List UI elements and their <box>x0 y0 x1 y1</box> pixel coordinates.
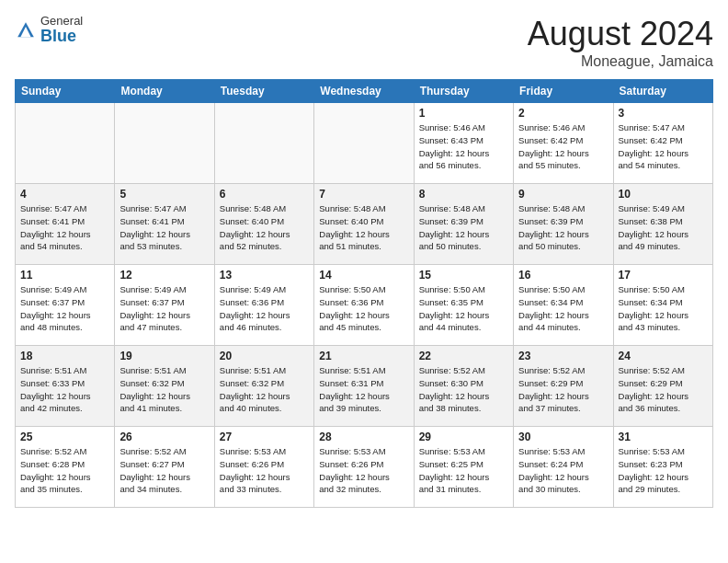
day-number: 14 <box>319 269 408 282</box>
calendar-cell: 23Sunrise: 5:52 AM Sunset: 6:29 PM Dayli… <box>514 346 613 427</box>
day-number: 1 <box>419 107 508 120</box>
day-info: Sunrise: 5:50 AM Sunset: 6:34 PM Dayligh… <box>518 283 608 334</box>
day-info: Sunrise: 5:53 AM Sunset: 6:26 PM Dayligh… <box>319 445 408 496</box>
calendar-cell: 10Sunrise: 5:49 AM Sunset: 6:38 PM Dayli… <box>613 184 712 265</box>
day-info: Sunrise: 5:50 AM Sunset: 6:35 PM Dayligh… <box>419 283 508 334</box>
day-info: Sunrise: 5:52 AM Sunset: 6:30 PM Dayligh… <box>419 364 508 415</box>
day-info: Sunrise: 5:49 AM Sunset: 6:37 PM Dayligh… <box>119 283 209 334</box>
day-number: 21 <box>319 350 408 362</box>
day-info: Sunrise: 5:52 AM Sunset: 6:27 PM Dayligh… <box>119 445 209 496</box>
location-subtitle: Moneague, Jamaica <box>528 53 713 70</box>
day-info: Sunrise: 5:51 AM Sunset: 6:32 PM Dayligh… <box>220 364 309 415</box>
calendar-cell: 7Sunrise: 5:48 AM Sunset: 6:40 PM Daylig… <box>314 184 414 265</box>
day-number: 20 <box>220 350 309 362</box>
calendar-cell: 21Sunrise: 5:51 AM Sunset: 6:31 PM Dayli… <box>314 346 414 427</box>
day-number: 5 <box>119 188 209 201</box>
calendar-cell: 24Sunrise: 5:52 AM Sunset: 6:29 PM Dayli… <box>613 346 712 427</box>
day-info: Sunrise: 5:50 AM Sunset: 6:36 PM Dayligh… <box>319 283 408 334</box>
day-number: 11 <box>20 269 109 282</box>
col-header-saturday: Saturday <box>613 80 712 103</box>
title-block: August 2024 Moneague, Jamaica <box>528 15 713 70</box>
calendar-cell: 28Sunrise: 5:53 AM Sunset: 6:26 PM Dayli… <box>314 427 414 508</box>
day-number: 19 <box>119 350 209 362</box>
calendar-cell: 8Sunrise: 5:48 AM Sunset: 6:39 PM Daylig… <box>414 184 513 265</box>
calendar-cell: 29Sunrise: 5:53 AM Sunset: 6:25 PM Dayli… <box>414 427 513 508</box>
week-row-2: 4Sunrise: 5:47 AM Sunset: 6:41 PM Daylig… <box>16 184 713 265</box>
day-number: 4 <box>20 188 109 201</box>
col-header-friday: Friday <box>514 80 613 103</box>
calendar-cell: 3Sunrise: 5:47 AM Sunset: 6:42 PM Daylig… <box>613 103 712 184</box>
page-header: General Blue August 2024 Moneague, Jamai… <box>15 15 713 70</box>
logo-blue-text: Blue <box>40 28 83 46</box>
day-info: Sunrise: 5:50 AM Sunset: 6:34 PM Dayligh… <box>619 283 708 334</box>
col-header-tuesday: Tuesday <box>214 80 313 103</box>
day-info: Sunrise: 5:49 AM Sunset: 6:38 PM Dayligh… <box>619 202 708 253</box>
calendar-cell: 4Sunrise: 5:47 AM Sunset: 6:41 PM Daylig… <box>16 184 115 265</box>
calendar-cell: 22Sunrise: 5:52 AM Sunset: 6:30 PM Dayli… <box>414 346 513 427</box>
calendar-cell: 19Sunrise: 5:51 AM Sunset: 6:32 PM Dayli… <box>115 346 214 427</box>
week-row-5: 25Sunrise: 5:52 AM Sunset: 6:28 PM Dayli… <box>16 427 713 508</box>
day-number: 15 <box>419 269 508 282</box>
day-info: Sunrise: 5:46 AM Sunset: 6:43 PM Dayligh… <box>419 121 508 172</box>
logo-general-text: General <box>40 15 83 28</box>
day-info: Sunrise: 5:48 AM Sunset: 6:39 PM Dayligh… <box>518 202 608 253</box>
day-info: Sunrise: 5:53 AM Sunset: 6:23 PM Dayligh… <box>619 445 708 496</box>
day-info: Sunrise: 5:52 AM Sunset: 6:29 PM Dayligh… <box>619 364 708 415</box>
week-row-1: 1Sunrise: 5:46 AM Sunset: 6:43 PM Daylig… <box>16 103 713 184</box>
calendar-cell: 12Sunrise: 5:49 AM Sunset: 6:37 PM Dayli… <box>115 265 214 346</box>
calendar-cell: 6Sunrise: 5:48 AM Sunset: 6:40 PM Daylig… <box>214 184 313 265</box>
calendar-cell: 15Sunrise: 5:50 AM Sunset: 6:35 PM Dayli… <box>414 265 513 346</box>
day-info: Sunrise: 5:51 AM Sunset: 6:32 PM Dayligh… <box>119 364 209 415</box>
day-number: 6 <box>220 188 309 201</box>
day-number: 9 <box>518 188 608 201</box>
day-number: 28 <box>319 431 408 443</box>
day-number: 29 <box>419 431 508 443</box>
calendar-cell: 27Sunrise: 5:53 AM Sunset: 6:26 PM Dayli… <box>214 427 313 508</box>
week-row-3: 11Sunrise: 5:49 AM Sunset: 6:37 PM Dayli… <box>16 265 713 346</box>
day-info: Sunrise: 5:47 AM Sunset: 6:41 PM Dayligh… <box>20 202 109 253</box>
calendar-cell <box>16 103 115 184</box>
day-info: Sunrise: 5:51 AM Sunset: 6:33 PM Dayligh… <box>20 364 109 415</box>
col-header-sunday: Sunday <box>16 80 115 103</box>
day-info: Sunrise: 5:48 AM Sunset: 6:40 PM Dayligh… <box>220 202 309 253</box>
day-number: 10 <box>619 188 708 201</box>
logo: General Blue <box>15 15 83 46</box>
logo-icon <box>15 19 37 41</box>
col-header-monday: Monday <box>115 80 214 103</box>
calendar-cell: 20Sunrise: 5:51 AM Sunset: 6:32 PM Dayli… <box>214 346 313 427</box>
calendar-cell <box>214 103 313 184</box>
calendar-cell <box>314 103 414 184</box>
day-number: 25 <box>20 431 109 443</box>
day-number: 30 <box>518 431 608 443</box>
day-info: Sunrise: 5:52 AM Sunset: 6:29 PM Dayligh… <box>518 364 608 415</box>
day-info: Sunrise: 5:52 AM Sunset: 6:28 PM Dayligh… <box>20 445 109 496</box>
calendar-header-row: SundayMondayTuesdayWednesdayThursdayFrid… <box>16 80 713 103</box>
calendar-cell: 18Sunrise: 5:51 AM Sunset: 6:33 PM Dayli… <box>16 346 115 427</box>
day-number: 31 <box>619 431 708 443</box>
day-number: 2 <box>518 107 608 120</box>
day-number: 17 <box>619 269 708 282</box>
calendar-cell: 26Sunrise: 5:52 AM Sunset: 6:27 PM Dayli… <box>115 427 214 508</box>
day-number: 23 <box>518 350 608 362</box>
day-number: 12 <box>119 269 209 282</box>
calendar-cell: 25Sunrise: 5:52 AM Sunset: 6:28 PM Dayli… <box>16 427 115 508</box>
day-number: 24 <box>619 350 708 362</box>
day-info: Sunrise: 5:49 AM Sunset: 6:36 PM Dayligh… <box>220 283 309 334</box>
calendar-cell <box>115 103 214 184</box>
week-row-4: 18Sunrise: 5:51 AM Sunset: 6:33 PM Dayli… <box>16 346 713 427</box>
calendar-cell: 2Sunrise: 5:46 AM Sunset: 6:42 PM Daylig… <box>514 103 613 184</box>
day-info: Sunrise: 5:48 AM Sunset: 6:40 PM Dayligh… <box>319 202 408 253</box>
col-header-thursday: Thursday <box>414 80 513 103</box>
calendar-cell: 1Sunrise: 5:46 AM Sunset: 6:43 PM Daylig… <box>414 103 513 184</box>
day-number: 13 <box>220 269 309 282</box>
day-number: 16 <box>518 269 608 282</box>
calendar-cell: 31Sunrise: 5:53 AM Sunset: 6:23 PM Dayli… <box>613 427 712 508</box>
day-number: 3 <box>619 107 708 120</box>
day-info: Sunrise: 5:51 AM Sunset: 6:31 PM Dayligh… <box>319 364 408 415</box>
month-year-title: August 2024 <box>528 15 713 53</box>
day-info: Sunrise: 5:49 AM Sunset: 6:37 PM Dayligh… <box>20 283 109 334</box>
day-info: Sunrise: 5:47 AM Sunset: 6:42 PM Dayligh… <box>619 121 708 172</box>
day-info: Sunrise: 5:46 AM Sunset: 6:42 PM Dayligh… <box>518 121 608 172</box>
day-number: 8 <box>419 188 508 201</box>
day-number: 7 <box>319 188 408 201</box>
